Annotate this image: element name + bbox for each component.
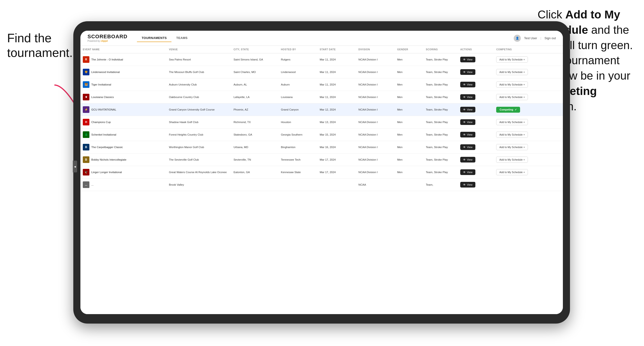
cell-city: Auburn, AL [231,78,278,91]
nav-tabs: TOURNAMENTS TEAMS [137,34,192,42]
eye-icon: 👁 [463,83,466,86]
col-header-actions: ACTIONS [458,46,494,53]
cell-division: NCAA Division I [356,103,395,116]
table-container: EVENT NAME VENUE CITY, STATE HOSTED BY S… [80,46,563,314]
view-button[interactable]: 👁View [460,132,475,138]
table-row: HChampions CupShadow Hawk Golf ClubRichm… [80,116,563,129]
cell-division: NCAA Division I [356,166,395,178]
cell-action: 👁View [458,141,494,154]
cell-division: NCAA Division I [356,129,395,141]
cell-action: 👁View [458,166,494,178]
add-to-schedule-button[interactable]: Add to My Schedule + [496,169,528,175]
cell-gender: Men [395,91,424,103]
add-to-schedule-button[interactable]: Add to My Schedule + [496,81,528,88]
view-button[interactable]: 👁View [460,94,475,100]
col-header-gender: GENDER [395,46,424,53]
cell-city [231,178,278,191]
cell-gender: Men [395,166,424,178]
event-name: Lindenwood Invitational [91,71,120,73]
logo-clippd: clippd [101,40,108,42]
cell-event: 🐯Tiger Invitational [80,78,166,91]
cell-venue: Brook Valley [166,178,231,191]
add-to-schedule-button[interactable]: Add to My Schedule + [496,56,528,63]
view-button[interactable]: 👁View [460,144,475,150]
eye-icon: 👁 [463,96,466,99]
add-to-schedule-button[interactable]: Add to My Schedule + [496,69,528,75]
cell-hosted: Rutgers [278,53,318,66]
cell-hosted: Louisiana [278,91,318,103]
sign-out-link[interactable]: Sign out [544,36,556,40]
view-button[interactable]: 👁View [460,69,475,75]
cell-division: NCAA Division I [356,91,395,103]
event-name: Linger Longer Invitational [91,171,122,173]
cell-event: ⚡GCU INVITATIONAL [80,103,166,116]
cell-city: Saint Charles, MO [231,66,278,78]
cell-scoring: Team, Stroke Play [423,129,458,141]
logo-scoreboard: SCOREBOARD [88,34,128,39]
eye-icon: 👁 [463,183,466,186]
eye-icon: 👁 [463,171,466,173]
cell-city: Eatonton, GA [231,166,278,178]
cell-scoring: Team, Stroke Play [423,154,458,166]
cell-scoring: Team, Stroke Play [423,53,458,66]
add-to-schedule-button[interactable]: Add to My Schedule + [496,144,528,150]
cell-division: NCAA Division I [356,141,395,154]
cell-scoring: Team, Stroke Play [423,103,458,116]
cell-hosted: Auburn [278,78,318,91]
table-row: BThe Carpetbagger ClassicWorthington Man… [80,141,563,154]
cell-venue: Forest Heights Country Club [166,129,231,141]
cell-competing: Add to My Schedule + [494,66,563,78]
add-to-schedule-button[interactable]: Add to My Schedule + [496,132,528,138]
col-header-hosted: HOSTED BY [278,46,318,53]
view-button[interactable]: 👁View [460,82,475,87]
cell-scoring: Team, Stroke Play [423,91,458,103]
cell-city: Phoenix, AZ [231,103,278,116]
cell-event: 🦅Linger Longer Invitational [80,166,166,178]
view-button[interactable]: 👁View [460,182,475,187]
tab-teams[interactable]: TEAMS [172,34,192,42]
annotation-left: Find the tournament. [7,31,73,60]
table-row: BBobby Nichols IntercollegiateThe Sevier… [80,154,563,166]
view-button[interactable]: 👁View [460,157,475,163]
view-button[interactable]: 👁View [460,119,475,125]
table-row: ⚜Louisiana ClassicsOakbourne Country Clu… [80,91,563,103]
event-name: GCU INVITATIONAL [91,108,116,111]
cell-division: NCAA Division I [356,66,395,78]
cell-competing: Add to My Schedule + [494,129,563,141]
sidebar-toggle[interactable]: ◀ [73,161,77,173]
col-header-competing: COMPETING [494,46,563,53]
cell-gender: Men [395,129,424,141]
cell-competing: Add to My Schedule + [494,141,563,154]
view-button[interactable]: 👁View [460,107,475,112]
cell-city: Saint Simons Island, GA [231,53,278,66]
cell-venue: Sea Palms Resort [166,53,231,66]
cell-venue: Shadow Hawk Golf Club [166,116,231,129]
cell-hosted: Georgia Southern [278,129,318,141]
cell-competing: Add to My Schedule + [494,78,563,91]
eye-icon: 👁 [463,121,466,124]
view-button[interactable]: 👁View [460,57,475,62]
cell-scoring: Team, [423,178,458,191]
cell-gender: Men [395,53,424,66]
competing-button[interactable]: Competing ✓ [496,107,520,113]
cell-event: ...... [80,178,166,191]
cell-competing: Add to My Schedule + [494,53,563,66]
view-button[interactable]: 👁View [460,169,475,175]
add-to-schedule-button[interactable]: Add to My Schedule + [496,157,528,163]
header-right: 👤 Test User | Sign out [514,35,556,42]
cell-division: NCAA [356,178,395,191]
event-name: Schenkel Invitational [91,133,116,136]
cell-date: Mar 11, 2024 [318,78,356,91]
cell-scoring: Team, Stroke Play [423,116,458,129]
col-header-date: START DATE [318,46,356,53]
table-row: 🐯Tiger InvitationalAuburn University Clu… [80,78,563,91]
tab-tournaments[interactable]: TOURNAMENTS [137,34,172,42]
cell-date [318,178,356,191]
add-to-schedule-button[interactable]: Add to My Schedule + [496,94,528,100]
cell-date: Mar 11, 2024 [318,53,356,66]
eye-icon: 👁 [463,58,466,61]
cell-hosted: Grand Canyon [278,103,318,116]
logo-powered: Powered by clippd [88,40,128,42]
cell-date: Mar 13, 2024 [318,116,356,129]
add-to-schedule-button[interactable]: Add to My Schedule + [496,119,528,125]
